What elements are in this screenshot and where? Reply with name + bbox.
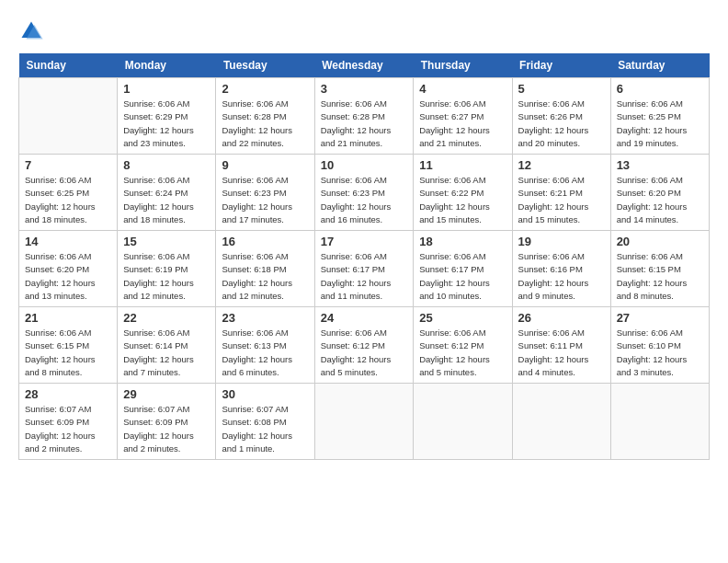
day-info-line: Daylight: 12 hours [617, 201, 688, 212]
day-info-line: Sunset: 6:15 PM [25, 340, 89, 350]
day-info-line: and 13 minutes. [25, 291, 87, 301]
calendar-cell: 16Sunrise: 6:06 AMSunset: 6:18 PMDayligh… [216, 231, 314, 307]
calendar-cell: 14Sunrise: 6:06 AMSunset: 6:20 PMDayligh… [19, 231, 118, 307]
day-info-line: Daylight: 12 hours [419, 201, 490, 212]
day-info-line: and 2 minutes. [25, 443, 82, 454]
day-number: 11 [419, 158, 506, 172]
calendar-cell: 1Sunrise: 6:06 AMSunset: 6:29 PMDaylight… [118, 78, 216, 155]
day-info: Sunrise: 6:06 AMSunset: 6:15 PMDaylight:… [25, 327, 111, 379]
day-info-line: and 11 minutes. [321, 291, 383, 301]
day-info-line: Daylight: 12 hours [321, 201, 392, 212]
day-info-line: Sunset: 6:19 PM [123, 264, 188, 274]
day-info-line: and 21 minutes. [419, 138, 482, 148]
calendar-cell: 15Sunrise: 6:06 AMSunset: 6:19 PMDayligh… [118, 231, 216, 307]
day-header-friday: Friday [512, 53, 610, 78]
day-info-line: Sunrise: 6:06 AM [617, 251, 683, 261]
day-info: Sunrise: 6:06 AMSunset: 6:13 PMDaylight:… [222, 327, 308, 379]
calendar-cell: 21Sunrise: 6:06 AMSunset: 6:15 PMDayligh… [19, 307, 118, 384]
day-number: 9 [222, 158, 308, 172]
day-info-line: Sunrise: 6:06 AM [123, 251, 189, 261]
calendar-cell: 26Sunrise: 6:06 AMSunset: 6:11 PMDayligh… [512, 307, 610, 384]
calendar: SundayMondayTuesdayWednesdayThursdayFrid… [18, 53, 710, 460]
day-info-line: Sunset: 6:08 PM [222, 417, 286, 427]
day-info-line: and 14 minutes. [617, 214, 679, 224]
day-info-line: Daylight: 12 hours [617, 278, 688, 288]
day-number: 2 [222, 82, 308, 96]
day-info-line: Daylight: 12 hours [321, 125, 392, 135]
day-number: 16 [222, 235, 308, 248]
day-info-line: Sunrise: 6:07 AM [123, 404, 189, 414]
calendar-cell: 2Sunrise: 6:06 AMSunset: 6:28 PMDaylight… [216, 78, 314, 155]
day-info: Sunrise: 6:06 AMSunset: 6:25 PMDaylight:… [25, 174, 111, 226]
day-info-line: and 7 minutes. [123, 367, 180, 377]
day-info-line: Daylight: 12 hours [518, 125, 589, 135]
day-info: Sunrise: 6:06 AMSunset: 6:19 PMDaylight:… [123, 250, 210, 303]
calendar-week-row: 14Sunrise: 6:06 AMSunset: 6:20 PMDayligh… [19, 231, 710, 307]
day-info-line: Sunrise: 6:07 AM [222, 404, 288, 414]
day-info-line: and 1 minute. [222, 443, 275, 454]
day-info-line: Sunrise: 6:06 AM [321, 327, 387, 338]
day-number: 6 [617, 82, 703, 96]
day-info-line: Sunrise: 6:06 AM [222, 98, 288, 109]
day-info-line: and 23 minutes. [123, 138, 186, 148]
day-info: Sunrise: 6:06 AMSunset: 6:28 PMDaylight:… [321, 98, 408, 150]
day-info-line: and 19 minutes. [617, 138, 679, 148]
day-header-saturday: Saturday [610, 53, 709, 78]
day-number: 19 [518, 235, 605, 248]
day-info: Sunrise: 6:06 AMSunset: 6:27 PMDaylight:… [419, 98, 506, 150]
day-info-line: Sunset: 6:13 PM [222, 340, 286, 350]
day-info-line: Sunset: 6:18 PM [222, 264, 286, 274]
day-info: Sunrise: 6:06 AMSunset: 6:28 PMDaylight:… [222, 98, 308, 150]
day-info: Sunrise: 6:06 AMSunset: 6:20 PMDaylight:… [617, 174, 703, 226]
day-info-line: Sunrise: 6:06 AM [321, 251, 387, 261]
day-info-line: Sunset: 6:12 PM [419, 340, 483, 350]
day-info: Sunrise: 6:07 AMSunset: 6:08 PMDaylight:… [222, 403, 308, 455]
day-info: Sunrise: 6:06 AMSunset: 6:10 PMDaylight:… [617, 327, 703, 379]
logo [18, 18, 48, 44]
day-info-line: and 12 minutes. [123, 291, 186, 301]
calendar-cell [512, 384, 610, 460]
day-number: 25 [419, 311, 506, 325]
day-info-line: Sunrise: 6:06 AM [419, 175, 485, 185]
day-info-line: and 5 minutes. [419, 367, 476, 377]
header [18, 18, 710, 44]
day-number: 8 [123, 158, 210, 172]
day-info-line: Daylight: 12 hours [123, 431, 194, 441]
day-number: 15 [123, 235, 210, 248]
day-info: Sunrise: 6:06 AMSunset: 6:18 PMDaylight:… [222, 250, 308, 303]
day-info-line: Sunrise: 6:06 AM [222, 251, 288, 261]
day-info-line: Sunrise: 6:06 AM [518, 98, 585, 109]
calendar-header-row: SundayMondayTuesdayWednesdayThursdayFrid… [19, 53, 710, 78]
day-number: 1 [123, 82, 210, 96]
day-info-line: Sunrise: 6:06 AM [123, 98, 189, 109]
calendar-cell: 13Sunrise: 6:06 AMSunset: 6:20 PMDayligh… [610, 155, 709, 231]
day-number: 29 [123, 387, 210, 401]
day-info-line: Daylight: 12 hours [617, 354, 688, 364]
day-info: Sunrise: 6:06 AMSunset: 6:17 PMDaylight:… [419, 250, 506, 303]
day-number: 5 [518, 82, 605, 96]
day-info-line: Sunset: 6:16 PM [518, 264, 583, 274]
day-info-line: Sunrise: 6:06 AM [25, 327, 91, 338]
day-info-line: Sunrise: 6:06 AM [222, 327, 288, 338]
logo-icon [18, 18, 44, 44]
day-info: Sunrise: 6:06 AMSunset: 6:26 PMDaylight:… [518, 98, 605, 150]
day-info-line: and 18 minutes. [25, 214, 87, 224]
calendar-week-row: 7Sunrise: 6:06 AMSunset: 6:25 PMDaylight… [19, 155, 710, 231]
calendar-cell: 25Sunrise: 6:06 AMSunset: 6:12 PMDayligh… [414, 307, 512, 384]
day-info: Sunrise: 6:07 AMSunset: 6:09 PMDaylight:… [25, 403, 111, 455]
day-info-line: and 10 minutes. [419, 291, 482, 301]
day-info-line: Daylight: 12 hours [617, 125, 688, 135]
day-info: Sunrise: 6:06 AMSunset: 6:25 PMDaylight:… [617, 98, 703, 150]
day-info-line: Sunset: 6:29 PM [123, 111, 188, 121]
day-info: Sunrise: 6:06 AMSunset: 6:15 PMDaylight:… [617, 250, 703, 303]
calendar-cell: 17Sunrise: 6:06 AMSunset: 6:17 PMDayligh… [314, 231, 414, 307]
day-info-line: Daylight: 12 hours [321, 278, 392, 288]
day-info: Sunrise: 6:06 AMSunset: 6:22 PMDaylight:… [419, 174, 506, 226]
day-info-line: and 21 minutes. [321, 138, 383, 148]
day-info-line: and 15 minutes. [518, 214, 581, 224]
day-info: Sunrise: 6:06 AMSunset: 6:16 PMDaylight:… [518, 250, 605, 303]
day-info: Sunrise: 6:06 AMSunset: 6:23 PMDaylight:… [222, 174, 308, 226]
day-info: Sunrise: 6:06 AMSunset: 6:12 PMDaylight:… [419, 327, 506, 379]
day-info-line: Sunset: 6:22 PM [419, 188, 483, 198]
day-header-monday: Monday [118, 53, 216, 78]
